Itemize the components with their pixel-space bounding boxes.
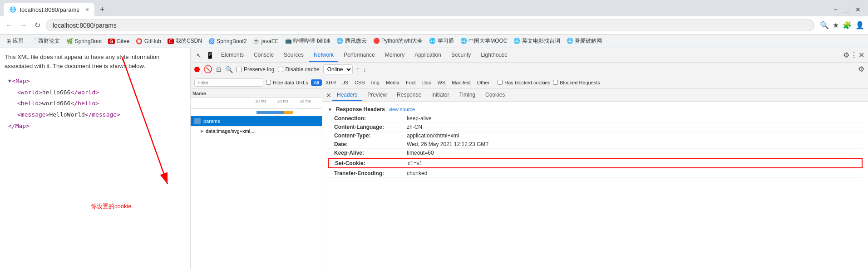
header-value-keep-alive: timeout=60 — [407, 150, 434, 156]
xml-root-close-line: </Map> — [8, 121, 186, 132]
has-blocked-cookies-label[interactable]: Has blocked cookies — [498, 80, 550, 85]
search-button[interactable]: 🔍 — [820, 21, 829, 29]
forward-button[interactable]: → — [18, 20, 29, 31]
filter-type-xhr[interactable]: XHR — [323, 79, 339, 86]
reload-button[interactable]: ↻ — [33, 19, 42, 31]
preserve-log-checkbox[interactable] — [237, 67, 242, 72]
network-settings-icon[interactable]: ⚙ — [858, 65, 864, 73]
devtools-tab-elements[interactable]: Elements — [217, 49, 248, 62]
bookmark-button[interactable]: ★ — [833, 21, 839, 29]
download-icon: ↓ — [363, 66, 366, 73]
filter-type-other[interactable]: Other — [474, 79, 493, 86]
maximize-button[interactable]: ⬜ — [843, 6, 850, 13]
details-tab-headers[interactable]: Headers — [332, 90, 362, 101]
filter-type-manifest[interactable]: Manifest — [449, 79, 473, 86]
response-headers-expand-icon: ▼ — [328, 107, 332, 112]
tab-close-icon[interactable]: × — [85, 6, 89, 13]
back-button[interactable]: ← — [4, 20, 15, 31]
new-tab-button[interactable]: + — [97, 4, 108, 15]
bookmark-springboot2[interactable]: 🌀 SpringBoot2 — [206, 37, 249, 45]
bookmark-mooc[interactable]: 🌐 中国大学MOOC — [458, 36, 510, 46]
view-source-link[interactable]: view source — [389, 107, 415, 112]
xml-hello-open: <hello> — [17, 100, 42, 107]
devtools-tab-security[interactable]: Security — [447, 49, 475, 62]
bookmark-bilibili[interactable]: 📺 哔哩哔哩-bilibili — [282, 36, 333, 46]
close-window-button[interactable]: ✕ — [855, 6, 861, 13]
filter-type-ws[interactable]: WS — [434, 79, 448, 86]
blocked-requests-label[interactable]: Blocked Requests — [553, 80, 600, 85]
cursor-tool-button[interactable]: ↖ — [194, 50, 203, 61]
filter-input[interactable] — [194, 78, 263, 87]
bookmark-github[interactable]: ⭕ GitHub — [133, 37, 164, 45]
filter-type-buttons: All XHR JS CSS Img Media Font Doc WS Man… — [311, 79, 493, 86]
active-tab[interactable]: 🌐 localhost:8080/params × — [4, 3, 94, 16]
filter-type-doc[interactable]: Doc — [419, 79, 434, 86]
blocked-requests-checkbox[interactable] — [553, 80, 558, 85]
disable-cache-checkbox[interactable] — [278, 67, 283, 72]
header-row-content-language: Content-Language: zh-CN — [328, 123, 863, 132]
devtools-tab-network[interactable]: Network — [309, 49, 338, 62]
browser-actions: 🔍 ★ 🧩 👤 — [820, 21, 864, 29]
bookmark-csdn[interactable]: C 我的CSDN — [165, 36, 205, 46]
hide-data-urls-label[interactable]: Hide data URLs — [266, 80, 308, 85]
request-expand-icon: ▶ — [201, 129, 204, 133]
timeline-ticks-area: 10 ms 20 ms 30 ms — [254, 98, 322, 103]
disable-cache-label[interactable]: Disable cache — [278, 66, 319, 73]
search-network-button[interactable]: 🔍 — [225, 66, 233, 73]
header-name-set-cookie: Set-Cookie: — [335, 160, 408, 166]
details-tab-response[interactable]: Response — [392, 90, 426, 101]
filter-icon-button[interactable]: ⊡ — [216, 66, 222, 73]
header-row-transfer-encoding: Transfer-Encoding: chunked — [328, 169, 863, 178]
devtools-close-button[interactable]: ✕ — [858, 51, 864, 59]
device-toggle-button[interactable]: 📱 — [204, 50, 216, 61]
details-tab-cookies[interactable]: Cookies — [481, 90, 509, 101]
bookmark-film[interactable]: 🌐 英文电影找台词 — [511, 36, 562, 46]
bookmark-python[interactable]: 🔴 Python的whl大全 — [370, 36, 426, 46]
devtools-tab-sources[interactable]: Sources — [279, 49, 308, 62]
profile-button[interactable]: 👤 — [855, 21, 864, 29]
bookmark-apps[interactable]: ⊞ 应用 — [4, 36, 26, 46]
xml-message-line: <message>HelloWorld</message> — [17, 109, 186, 121]
devtools-settings-icon[interactable]: ⚙ — [843, 51, 849, 59]
devtools-tab-memory[interactable]: Memory — [380, 49, 409, 62]
hide-data-urls-text: Hide data URLs — [273, 80, 308, 85]
bookmark-wuai[interactable]: 🌐 吾爱破解网 — [564, 36, 605, 46]
filter-type-media[interactable]: Media — [383, 79, 402, 86]
network-throttle-select[interactable]: Online — [323, 64, 353, 74]
devtools-tab-application[interactable]: Application — [410, 49, 446, 62]
details-tab-initiator[interactable]: Initiator — [427, 90, 454, 101]
details-tab-close[interactable]: ✕ — [326, 92, 331, 99]
devtools-tab-performance[interactable]: Performance — [339, 49, 380, 62]
cookie-annotation: 你设置的cookie — [91, 202, 132, 210]
preserve-log-label[interactable]: Preserve log — [237, 66, 274, 73]
request-row-svg[interactable]: ▶ data:image/svg+xml,... — [197, 127, 322, 136]
bookmark-xuexitong[interactable]: 🌐 学习通 — [426, 36, 456, 46]
filter-type-js[interactable]: JS — [340, 79, 351, 86]
url-text: localhost:8080/params — [53, 22, 117, 29]
request-icon-params — [194, 118, 201, 124]
request-row-params[interactable]: params — [191, 116, 322, 127]
bookmark-xicailunwen[interactable]: 📄 西财论文 — [27, 36, 63, 46]
bookmark-tencent[interactable]: 🌐 腾讯微云 — [334, 36, 369, 46]
details-tab-preview[interactable]: Preview — [363, 90, 391, 101]
filter-type-all[interactable]: All — [311, 79, 322, 86]
bookmark-gitee[interactable]: G Gitee — [105, 37, 132, 45]
filter-type-font[interactable]: Font — [403, 79, 419, 86]
record-button[interactable] — [194, 67, 200, 72]
devtools-more-icon[interactable]: ⋮ — [850, 51, 858, 59]
bookmark-javaee[interactable]: ☕ javaEE — [250, 37, 281, 45]
has-blocked-cookies-checkbox[interactable] — [498, 80, 503, 85]
extension-button[interactable]: 🧩 — [843, 21, 852, 29]
timeline-bar-area: 10 ms 20 ms 30 ms — [191, 98, 322, 109]
minimize-button[interactable]: − — [834, 6, 838, 13]
filter-type-css[interactable]: CSS — [352, 79, 368, 86]
devtools-top-toolbar: ↖ 📱 Elements Console Sources Network Per… — [191, 48, 868, 63]
url-field[interactable]: localhost:8080/params — [46, 20, 814, 31]
hide-data-urls-checkbox[interactable] — [266, 80, 271, 85]
devtools-tab-lighthouse[interactable]: Lighthouse — [476, 49, 512, 62]
bookmark-springboot[interactable]: 🌿 SpringBoot — [64, 37, 104, 45]
devtools-tab-console[interactable]: Console — [249, 49, 278, 62]
details-tab-timing[interactable]: Timing — [454, 90, 480, 101]
filter-type-img[interactable]: Img — [369, 79, 382, 86]
clear-button[interactable]: 🚫 — [203, 65, 212, 73]
